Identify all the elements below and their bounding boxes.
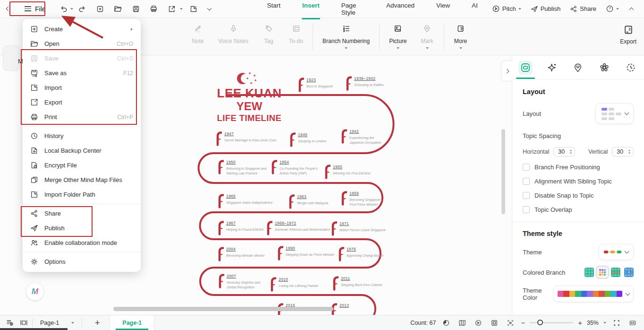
panel-collapse-handle[interactable] <box>501 61 512 81</box>
milestone-1942[interactable]: 1942Experiencing theJapanese Occupation <box>341 129 381 146</box>
menu-item-print[interactable]: PrintCtrl+P <box>23 110 141 124</box>
horizontal-spacing-stepper[interactable]: 30 <box>553 147 575 156</box>
checkbox-row-alignment-with-sibling-topic[interactable]: Alignment With Sibling Topic <box>523 178 634 185</box>
tab-start[interactable]: Start <box>256 0 292 20</box>
tab-advanced[interactable]: Advanced <box>375 0 425 20</box>
milestone-1967[interactable]: 1967Helping to Found ASEAN <box>218 221 263 237</box>
zoom-out-button[interactable]: − <box>521 319 525 327</box>
colored-branch-option-orange-mid[interactable] <box>611 268 620 277</box>
menu-item-enable-collaboration-mode[interactable]: Enable collaboration mode <box>23 235 141 250</box>
milestone-2011[interactable]: 2011Stepping Back from Cabinet <box>333 276 382 293</box>
dropdown-caret[interactable] <box>459 47 462 49</box>
map-overview-button[interactable] <box>457 317 468 329</box>
slideshow-view-button[interactable] <box>18 317 29 329</box>
tab-insert[interactable]: Insert <box>291 0 330 20</box>
milestone-1963[interactable]: 1963Merger with Malaysia <box>289 194 328 211</box>
horizontal-up-arrow[interactable] <box>570 149 572 151</box>
undo-dropdown-caret[interactable] <box>70 8 73 10</box>
panel-tab-ai[interactable] <box>539 56 565 79</box>
file-menu-button[interactable]: File <box>19 2 51 15</box>
zoom-in-button[interactable]: + <box>578 319 582 327</box>
fit-map-button[interactable] <box>505 317 516 329</box>
checkbox-unchecked[interactable] <box>523 206 530 213</box>
collapse-toolbar-button[interactable] <box>625 3 637 15</box>
export-button[interactable]: Export <box>620 25 636 45</box>
milestone-2013[interactable]: 2013 <box>331 303 349 315</box>
ribbon-item-more[interactable]: More <box>447 23 475 51</box>
redo-button[interactable] <box>76 3 88 15</box>
milestone-1965[interactable]: 1965Singapore Gains Independence <box>218 194 272 210</box>
share-export-caret[interactable] <box>180 8 183 10</box>
zoom-slider[interactable] <box>530 322 573 323</box>
panel-tab-recent[interactable] <box>618 56 644 79</box>
checkbox-unchecked[interactable] <box>523 164 530 171</box>
help-button[interactable]: ? <box>602 5 622 13</box>
milestone-1975[interactable]: 1975Approving Changi Airport <box>339 247 383 263</box>
checkbox-row-branch-free-positioning[interactable]: Branch Free Positioning <box>523 164 634 171</box>
horizontal-down-arrow[interactable] <box>570 152 572 154</box>
focus-frame-button[interactable] <box>489 317 500 329</box>
dropdown-caret[interactable] <box>345 47 347 49</box>
colored-branch-option-rainbow[interactable] <box>598 268 607 277</box>
menu-item-local-backup-center[interactable]: Local Backup Center <box>23 143 141 158</box>
milestone-1968–1972[interactable]: 1968–1972Domestic Reforms and Modernizat… <box>267 221 330 237</box>
central-topic[interactable]: LEE KUAN YEW LIFE TIMELINE <box>203 87 296 123</box>
pie-progress-button[interactable] <box>441 317 452 329</box>
menu-item-export[interactable]: Export <box>23 95 141 110</box>
panel-tab-theme[interactable] <box>591 56 618 79</box>
fit-width-button[interactable] <box>627 317 638 329</box>
checkbox-unchecked[interactable] <box>523 178 530 185</box>
checkbox-row-disable-snap-to-topic[interactable]: Disable Snap to Topic <box>523 192 634 199</box>
tab-page-style[interactable]: Page Style <box>330 0 375 20</box>
milestone-1971[interactable]: 1971British Forces Leave Singapore <box>331 221 386 238</box>
menu-item-open[interactable]: OpenCtrl+O <box>23 36 141 51</box>
fullscreen-button[interactable] <box>611 317 622 329</box>
undo-button[interactable] <box>58 3 70 15</box>
milestone-1955[interactable]: 1955Winning His First Election <box>325 165 371 181</box>
checkbox-row-topic-overlap[interactable]: Topic Overlap <box>523 206 634 213</box>
tab-ai[interactable]: AI <box>461 0 489 20</box>
menu-item-save-as[interactable]: Save asF12 <box>23 66 141 80</box>
milestone-2004[interactable]: 2004Becoming Minister Mentor <box>218 247 264 263</box>
milestone-1950[interactable]: 1950Returning to Singapore andStarting L… <box>218 160 267 176</box>
page-tab-active[interactable]: Page-1 <box>110 315 154 330</box>
zoom-slider-knob[interactable] <box>537 320 543 325</box>
menu-item-import-folder-path[interactable]: Import Folder Path <box>23 187 141 202</box>
milestone-1954[interactable]: 1954Co-Founding the People'sAction Party… <box>271 160 318 176</box>
milestone-1946[interactable]: 1946Studying in London <box>290 132 326 149</box>
publish-button[interactable]: Publish <box>527 5 564 13</box>
colored-branch-option-blue[interactable] <box>624 268 634 277</box>
ribbon-item-branch-numbering[interactable]: Branch Numbering <box>316 23 376 51</box>
menu-item-create[interactable]: Create <box>23 22 141 36</box>
add-page-button[interactable]: + <box>92 317 103 329</box>
zoom-caret[interactable] <box>603 322 606 324</box>
canvas-vertical-scrollbar[interactable] <box>501 129 505 214</box>
theme-color-dropdown[interactable] <box>553 286 634 302</box>
milestone-2010[interactable]: 2010Losing His Lifelong Partner <box>271 277 318 294</box>
open-file-button[interactable] <box>112 3 124 15</box>
checkbox-unchecked[interactable] <box>523 192 530 199</box>
new-document-button[interactable] <box>94 3 106 15</box>
panel-tab-mark[interactable] <box>565 56 592 79</box>
outline-view-button[interactable] <box>4 317 15 329</box>
menu-item-share[interactable]: Share <box>23 206 141 221</box>
menu-item-import[interactable]: Import <box>23 80 141 95</box>
menu-item-history[interactable]: History <box>23 129 141 143</box>
layout-dropdown[interactable] <box>595 103 634 124</box>
share-export-button[interactable] <box>166 3 178 15</box>
milestone-1923[interactable]: 1923Born in Singapore <box>298 78 333 94</box>
import-button[interactable] <box>187 3 200 15</box>
canvas-horizontal-scrollbar[interactable] <box>113 307 333 311</box>
vertical-spacing-stepper[interactable]: 30 <box>612 147 634 156</box>
menu-item-merge-other-mind-map-files[interactable]: Merge Other Mind Map Files <box>23 173 141 187</box>
toolbar-more-button[interactable] <box>203 3 216 15</box>
milestone-1947[interactable]: 1947Secret Marriage to Kwa Geok Choo <box>216 131 277 148</box>
pitch-button[interactable]: Pitch <box>489 5 525 13</box>
ribbon-item-picture[interactable]: Picture <box>382 23 413 51</box>
back-icon[interactable] <box>2 3 14 15</box>
theme-dropdown[interactable] <box>599 244 634 260</box>
save-button[interactable] <box>130 3 142 15</box>
milestone-1990[interactable]: 1990Stepping Down as Prime Minister <box>278 246 335 262</box>
menu-item-options[interactable]: Options <box>23 254 141 269</box>
tab-view[interactable]: View <box>425 0 461 20</box>
